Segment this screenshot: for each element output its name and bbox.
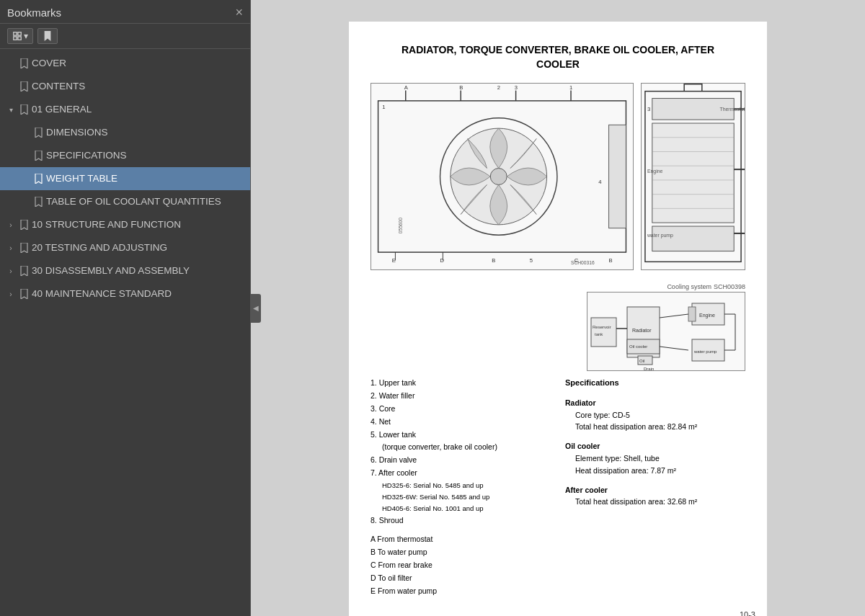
right-column: Specifications Radiator Core type: CD-5 … (565, 377, 745, 597)
bookmark-label-10-structure: 10 STRUCTURE AND FUNCTION (32, 218, 243, 231)
bookmark-item-01-general[interactable]: ▾ 01 GENERAL (0, 98, 250, 121)
side-diagram: 3 Thermostat Engine water pump (641, 83, 745, 270)
svg-text:Reservoir: Reservoir (593, 325, 611, 329)
no-arrow (6, 58, 16, 68)
part-6: 6. Drain valve (371, 454, 551, 467)
bookmark-label-specifications: SPECIFICATIONS (46, 149, 243, 162)
svg-text:3: 3 (515, 84, 518, 91)
element-type-label: Element type: Shell, tube (565, 452, 745, 465)
part-3: 3. Core (371, 403, 551, 416)
bookmark-icon-30-disassembly (19, 265, 29, 277)
svg-text:1: 1 (382, 104, 385, 111)
sidebar-title: Bookmarks (7, 6, 61, 19)
svg-text:water pump: water pump (647, 233, 673, 238)
expand-all-button[interactable]: ▾ (7, 28, 33, 44)
svg-text:4: 4 (598, 179, 602, 185)
bookmark-item-10-structure[interactable]: › 10 STRUCTURE AND FUNCTION (0, 213, 250, 236)
bookmark-view-button[interactable] (37, 28, 58, 44)
bookmark-item-contents[interactable]: CONTENTS (0, 75, 250, 98)
no-arrow-specifications (20, 151, 30, 161)
no-arrow-dimensions (20, 128, 30, 138)
svg-rect-39 (652, 226, 734, 251)
bookmark-item-cover[interactable]: COVER (0, 52, 250, 75)
svg-line-62 (660, 314, 688, 318)
svg-text:3: 3 (647, 106, 651, 112)
diagram-area: A B 2 3 1 055600 E D B 5 C B (371, 83, 745, 270)
bookmark-item-dimensions[interactable]: DIMENSIONS (0, 121, 250, 144)
svg-point-7 (490, 169, 507, 185)
close-button[interactable]: × (235, 6, 243, 19)
legend-c: C From rear brake (371, 559, 551, 572)
bookmark-item-20-testing[interactable]: › 20 TESTING AND ADJUSTING (0, 236, 250, 259)
page-title: RADIATOR, TORQUE CONVERTER, BRAKE OIL CO… (371, 43, 745, 71)
cooling-system-label: Cooling system (667, 283, 711, 290)
svg-text:Radiator: Radiator (632, 328, 652, 333)
svg-text:tank: tank (595, 332, 603, 336)
bookmark-item-30-disassembly[interactable]: › 30 DISASSEMBLY AND ASSEMBLY (0, 259, 250, 282)
bookmark-item-weight-table[interactable]: WEIGHT TABLE (0, 167, 250, 190)
no-arrow-weight-table (20, 174, 30, 184)
bookmark-label-weight-table: WEIGHT TABLE (46, 172, 243, 185)
collapse-panel-button[interactable]: ◀ (251, 294, 261, 323)
bookmark-icon-contents (19, 81, 29, 92)
legend-b: B To water pump (371, 546, 551, 559)
bookmark-item-specifications[interactable]: SPECIFICATIONS (0, 144, 250, 167)
cooling-diagram: Cooling system SCH00398 Reservoir tank R… (371, 282, 745, 371)
bookmark-list: COVER CONTENTS ▾ 01 GENERAL (0, 49, 250, 616)
bookmark-icon-weight-table (33, 173, 43, 184)
bookmark-icon-20-testing (19, 242, 29, 254)
expand-arrow-20-testing: › (6, 243, 16, 253)
part-8: 8. Shroud (371, 514, 551, 527)
heat-label: Total heat dissipation area: 82.84 m² (565, 421, 745, 433)
bookmark-item-oil-coolant[interactable]: TABLE OF OIL COOLANT QUANTITIES (0, 190, 250, 213)
svg-text:SCH00316: SCH00316 (571, 260, 595, 265)
bookmark-label-oil-coolant: TABLE OF OIL COOLANT QUANTITIES (46, 195, 243, 208)
oil-cooler-title: Oil cooler (565, 440, 745, 452)
svg-text:B: B (609, 258, 613, 264)
svg-text:Engine: Engine (647, 169, 663, 174)
svg-line-63 (660, 347, 688, 350)
svg-text:Oil cooler: Oil cooler (629, 344, 647, 349)
part-7-hd325-6w: HD325-6W: Serial No. 5485 and up (371, 491, 551, 503)
main-content: RADIATOR, TORQUE CONVERTER, BRAKE OIL CO… (251, 0, 865, 616)
part-7: 7. After cooler (371, 467, 551, 480)
part-5-sub: (torque converter, brake oil cooler) (371, 441, 551, 454)
svg-rect-3 (18, 37, 21, 40)
expand-arrow-icon: ▾ (24, 31, 28, 41)
bookmark-label-dimensions: DIMENSIONS (46, 126, 243, 139)
legend-e: E From water pump (371, 585, 551, 598)
svg-text:A: A (404, 84, 409, 91)
svg-rect-60 (688, 307, 696, 321)
sidebar: Bookmarks × ▾ C (0, 0, 251, 616)
bookmark-icon-40-maintenance (19, 288, 29, 300)
left-column: 1. Upper tank 2. Water filler 3. Core 4.… (371, 377, 551, 597)
specs-section: Specifications Radiator Core type: CD-5 … (565, 377, 745, 508)
core-type-label: Core type: CD-5 (565, 409, 745, 421)
part-7-hd405-6: HD405-6: Serial No. 1001 and up (371, 503, 551, 514)
svg-text:1: 1 (569, 84, 572, 91)
expand-arrow-40-maintenance: › (6, 289, 16, 299)
oil-heat-label: Heat dissipation area: 7.87 m² (565, 465, 745, 477)
svg-text:water pump: water pump (693, 349, 717, 354)
cooling-system-box: Reservoir tank Radiator Oil cooler Oil (587, 292, 745, 371)
svg-text:055600: 055600 (398, 218, 403, 234)
bookmark-label-cover: COVER (32, 57, 243, 70)
svg-rect-17 (609, 125, 626, 228)
part-5: 5. Lower tank (371, 429, 551, 442)
bookmark-label-contents: CONTENTS (32, 80, 243, 93)
svg-text:Engine: Engine (699, 313, 715, 318)
bookmark-item-40-maintenance[interactable]: › 40 MAINTENANCE STANDARD (0, 282, 250, 305)
two-col-content: 1. Upper tank 2. Water filler 3. Core 4.… (371, 377, 745, 597)
parts-list: 1. Upper tank 2. Water filler 3. Core 4.… (371, 377, 551, 527)
legend-d: D To oil filter (371, 572, 551, 585)
bookmark-icon-specifications (33, 150, 43, 161)
part-7-hd325-6: HD325-6: Serial No. 5485 and up (371, 480, 551, 491)
after-cooler-title: After cooler (565, 484, 745, 496)
svg-text:D: D (440, 258, 445, 264)
svg-text:B: B (459, 84, 463, 91)
svg-rect-1 (18, 32, 21, 35)
part-1: 1. Upper tank (371, 377, 551, 390)
expand-arrow-10-structure: › (6, 220, 16, 230)
page-number: 10-3 (740, 610, 755, 616)
svg-text:B: B (492, 258, 495, 264)
